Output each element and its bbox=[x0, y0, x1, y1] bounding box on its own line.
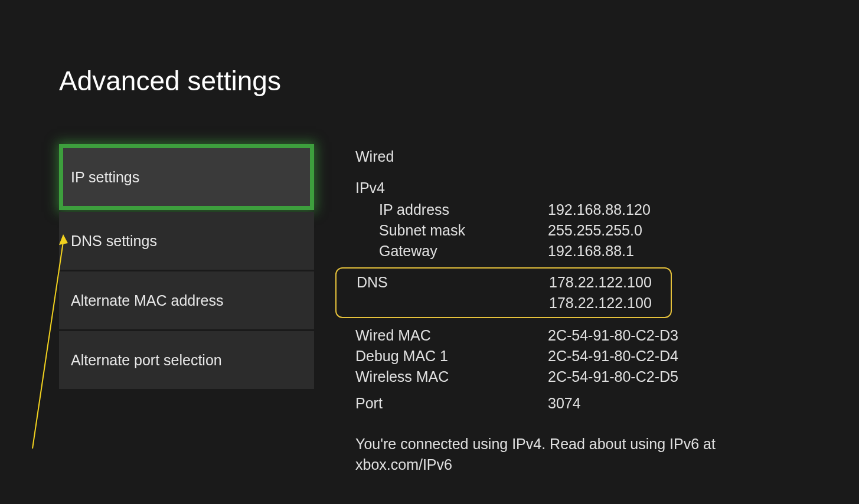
port-value: 3074 bbox=[548, 393, 800, 414]
menu-alternate-port[interactable]: Alternate port selection bbox=[59, 331, 314, 389]
row-debug-mac: Debug MAC 1 2C-54-91-80-C2-D4 bbox=[355, 346, 800, 366]
gateway-value: 192.168.88.1 bbox=[548, 241, 800, 261]
menu-item-label: DNS settings bbox=[71, 233, 157, 250]
gateway-label: Gateway bbox=[355, 241, 548, 261]
debug-mac-value: 2C-54-91-80-C2-D4 bbox=[548, 346, 800, 366]
row-port: Port 3074 bbox=[355, 393, 800, 414]
menu-dns-settings[interactable]: DNS settings bbox=[59, 212, 314, 270]
dns-blank-label bbox=[357, 293, 549, 313]
row-wireless-mac: Wireless MAC 2C-54-91-80-C2-D5 bbox=[355, 366, 800, 387]
ip-address-label: IP address bbox=[355, 199, 548, 220]
row-wired-mac: Wired MAC 2C-54-91-80-C2-D3 bbox=[355, 325, 800, 346]
subnet-mask-label: Subnet mask bbox=[355, 220, 548, 241]
dns-primary-value: 178.22.122.100 bbox=[549, 272, 671, 293]
row-dns-secondary: 178.22.122.100 bbox=[337, 293, 671, 313]
dns-label: DNS bbox=[357, 272, 549, 293]
subnet-mask-value: 255.255.255.0 bbox=[548, 220, 800, 241]
connection-type: Wired bbox=[355, 146, 800, 167]
port-label: Port bbox=[355, 393, 548, 414]
menu-ip-settings[interactable]: IP settings bbox=[59, 144, 314, 210]
settings-sidebar: IP settings DNS settings Alternate MAC a… bbox=[59, 144, 314, 475]
row-gateway: Gateway 192.168.88.1 bbox=[355, 241, 800, 261]
menu-item-label: Alternate port selection bbox=[71, 352, 222, 369]
menu-item-label: Alternate MAC address bbox=[71, 292, 223, 309]
dns-secondary-value: 178.22.122.100 bbox=[549, 293, 671, 313]
wireless-mac-label: Wireless MAC bbox=[355, 366, 548, 387]
menu-alternate-mac[interactable]: Alternate MAC address bbox=[59, 271, 314, 329]
footer-message: You're connected using IPv4. Read about … bbox=[355, 434, 800, 475]
page-title: Advanced settings bbox=[59, 65, 800, 97]
menu-item-label: IP settings bbox=[71, 169, 139, 186]
dns-highlight-box: DNS 178.22.122.100 178.22.122.100 bbox=[335, 267, 672, 318]
row-subnet-mask: Subnet mask 255.255.255.0 bbox=[355, 220, 800, 241]
row-ip-address: IP address 192.168.88.120 bbox=[355, 199, 800, 220]
network-details: Wired IPv4 IP address 192.168.88.120 Sub… bbox=[355, 144, 800, 475]
wired-mac-label: Wired MAC bbox=[355, 325, 548, 346]
debug-mac-label: Debug MAC 1 bbox=[355, 346, 548, 366]
wired-mac-value: 2C-54-91-80-C2-D3 bbox=[548, 325, 800, 346]
row-dns-primary: DNS 178.22.122.100 bbox=[337, 272, 671, 293]
ip-address-value: 192.168.88.120 bbox=[548, 199, 800, 220]
ipv4-label: IPv4 bbox=[355, 178, 800, 198]
wireless-mac-value: 2C-54-91-80-C2-D5 bbox=[548, 366, 800, 387]
